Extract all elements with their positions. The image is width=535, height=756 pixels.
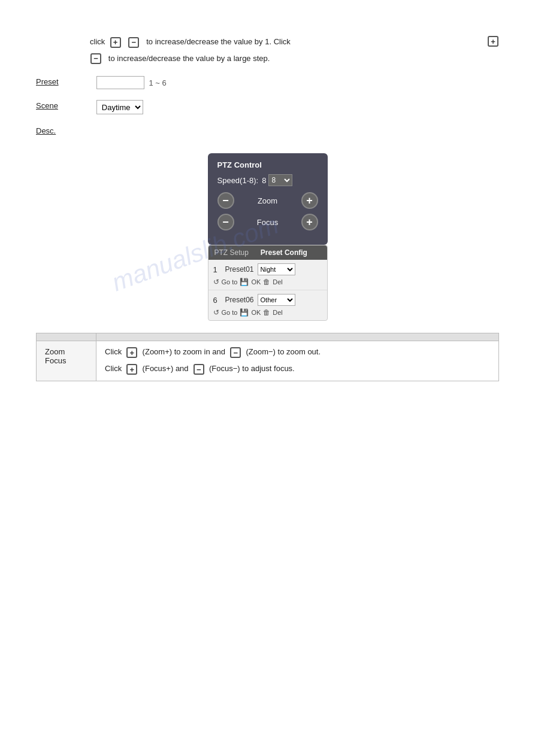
preset6-save-icon[interactable]: 💾: [240, 308, 249, 317]
ptz-title: PTZ Control: [217, 160, 318, 169]
ptz-section: PTZ Control Speed(1-8): 8 8123 4567 − Zo…: [36, 153, 499, 321]
preset-text: 1 ~ 6: [90, 76, 499, 89]
scene-label: Scene: [36, 100, 84, 110]
zoom-plus-btn[interactable]: +: [301, 192, 318, 209]
preset-tabs: PTZ Setup Preset Config: [208, 245, 327, 260]
doc-row-scene: Scene Daytime Night Other: [36, 100, 499, 114]
table-zoom-focus-label: ZoomFocus: [37, 341, 96, 381]
row1b-label: [36, 53, 84, 54]
focus-plus-inline-icon[interactable]: +: [126, 364, 137, 375]
preset6-goto-label[interactable]: Go to: [222, 309, 238, 316]
ptz-focus-row: − Focus +: [217, 214, 318, 230]
preset6-del-label[interactable]: Del: [273, 309, 283, 316]
bottom-table: ZoomFocus Click + (Zoom+) to zoom in and…: [36, 333, 499, 381]
preset6-actions: ↺ Go to 💾 OK 🗑 Del: [213, 308, 322, 319]
preset6-scene-select[interactable]: Other Night Daytime: [258, 294, 295, 306]
preset-label: Preset: [36, 76, 84, 86]
row1-text: click + − to increase/decrease the value…: [90, 36, 499, 48]
preset6-top: 6 Preset06 Other Night Daytime: [213, 294, 322, 306]
zoom-minus-inline-icon[interactable]: −: [230, 347, 241, 358]
focus-plus-btn[interactable]: +: [301, 214, 318, 230]
focus-description: Click + (Focus+) and − (Focus−) to adjus…: [105, 364, 490, 375]
range-hint: 1 ~ 6: [149, 78, 166, 87]
preset1-del-icon[interactable]: 🗑: [263, 278, 270, 286]
doc-row-desc: Desc.: [36, 125, 499, 135]
ptz-speed-value: 8: [262, 176, 266, 185]
tab-ptz-setup[interactable]: PTZ Setup: [208, 245, 255, 260]
minus-icon-2[interactable]: −: [90, 53, 101, 64]
preset-row-1: 1 Preset01 Night Daytime Other ↺ Go to 💾…: [208, 260, 327, 290]
preset1-top: 1 Preset01 Night Daytime Other: [213, 263, 322, 275]
focus-minus-btn[interactable]: −: [217, 214, 234, 230]
preset1-goto-label[interactable]: Go to: [222, 278, 238, 286]
tab-preset-config[interactable]: Preset Config: [255, 245, 313, 260]
row1b-text: − to increase/decrease the value by a la…: [90, 53, 499, 65]
preset-config-panel: PTZ Setup Preset Config 1 Preset01 Night…: [208, 245, 328, 321]
doc-row-1: click + − to increase/decrease the value…: [36, 36, 499, 48]
zoom-minus-btn[interactable]: −: [217, 192, 234, 209]
zoom-plus-inline-icon[interactable]: +: [126, 347, 137, 358]
preset1-name: Preset01: [225, 265, 254, 274]
preset1-scene-select[interactable]: Night Daytime Other: [258, 263, 295, 275]
ptz-control-panel: PTZ Control Speed(1-8): 8 8123 4567 − Zo…: [208, 153, 328, 245]
table-zoom-focus-content: Click + (Zoom+) to zoom in and − (Zoom−)…: [96, 341, 499, 381]
preset6-ok-label[interactable]: OK: [251, 309, 261, 316]
preset1-num: 1: [213, 265, 222, 274]
minus-icon-1[interactable]: −: [128, 37, 139, 48]
preset6-goto-icon[interactable]: ↺: [213, 308, 219, 317]
preset1-del-label[interactable]: Del: [273, 278, 283, 286]
plus-icon-right[interactable]: +: [488, 36, 498, 47]
scene-text: Daytime Night Other: [90, 100, 499, 114]
preset6-name: Preset06: [225, 296, 254, 304]
table-col2-header: [96, 333, 499, 341]
preset6-num: 6: [213, 296, 222, 305]
preset1-goto-icon[interactable]: ↺: [213, 278, 219, 286]
doc-row-1b: − to increase/decrease the value by a la…: [36, 53, 499, 65]
focus-label: Focus: [234, 218, 301, 227]
ptz-speed-select[interactable]: 8123 4567: [268, 174, 292, 186]
desc-label: Desc.: [36, 125, 84, 135]
ptz-speed-label: Speed(1-8):: [217, 176, 259, 185]
focus-minus-inline-icon[interactable]: −: [194, 364, 204, 375]
preset6-del-icon[interactable]: 🗑: [263, 308, 270, 317]
zoom-label: Zoom: [234, 196, 301, 205]
scene-dropdown[interactable]: Daytime Night Other: [96, 100, 143, 114]
plus-icon-1[interactable]: +: [110, 37, 121, 48]
table-row-zoom-focus: ZoomFocus Click + (Zoom+) to zoom in and…: [37, 341, 499, 381]
doc-row-preset: Preset 1 ~ 6: [36, 76, 499, 89]
preset-row-6: 6 Preset06 Other Night Daytime ↺ Go to 💾…: [208, 290, 327, 320]
preset1-save-icon[interactable]: 💾: [240, 278, 249, 286]
table-col1-header: [37, 333, 96, 341]
zoom-description: Click + (Zoom+) to zoom in and − (Zoom−)…: [105, 347, 490, 358]
preset1-ok-label[interactable]: OK: [251, 278, 261, 286]
preset-input[interactable]: [96, 76, 144, 89]
row1-label: [36, 36, 84, 37]
ptz-zoom-row: − Zoom +: [217, 192, 318, 209]
ptz-speed-row: Speed(1-8): 8 8123 4567: [217, 174, 318, 186]
preset1-actions: ↺ Go to 💾 OK 🗑 Del: [213, 278, 322, 289]
